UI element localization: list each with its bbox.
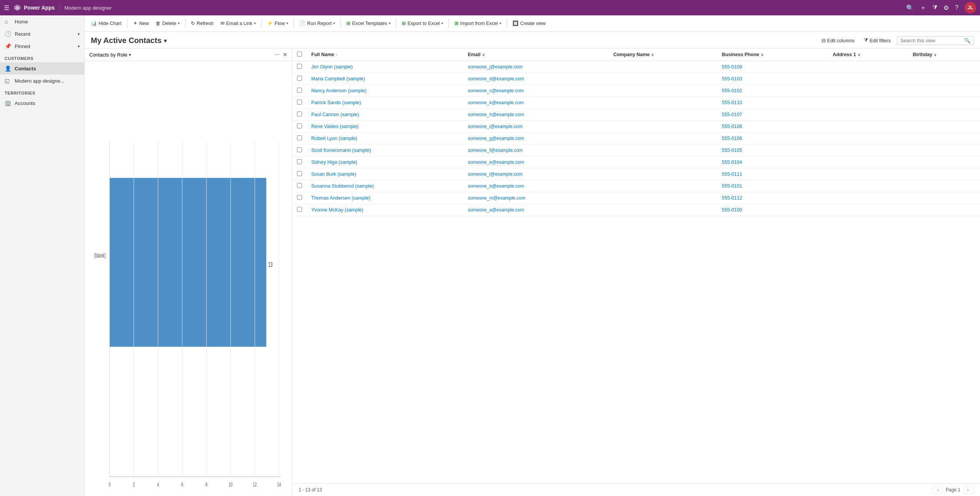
row-fullname[interactable]: Susan Burk (sample)	[307, 168, 463, 180]
row-email[interactable]: someone_k@example.com	[463, 97, 609, 109]
flow-button[interactable]: ⚡ Flow ▾	[264, 19, 291, 28]
email-link-button[interactable]: ✉ Email a Link ▾	[217, 19, 259, 28]
add-icon[interactable]: ＋	[920, 4, 926, 12]
sidebar-item-pinned[interactable]: 📌 Pinned ▾	[0, 40, 84, 52]
row-email[interactable]: someone_h@example.com	[463, 109, 609, 121]
row-select[interactable]	[297, 64, 302, 69]
delete-button[interactable]: 🗑 Delete ▾	[153, 19, 183, 28]
row-email[interactable]: someone_c@example.com	[463, 85, 609, 97]
table-header: Full Name ↑ Email ∨	[292, 48, 980, 61]
row-select[interactable]	[297, 171, 302, 176]
row-fullname[interactable]: Paul Cannon (sample)	[307, 109, 463, 121]
create-view-button[interactable]: 🔲 Create view	[509, 19, 549, 28]
row-checkbox[interactable]	[292, 156, 307, 168]
row-checkbox[interactable]	[292, 109, 307, 121]
row-fullname[interactable]: Scott Konersmann (sample)	[307, 145, 463, 156]
sidebar-item-home[interactable]: ⌂ Home	[0, 15, 84, 28]
chart-title[interactable]: Contacts by Role ▾	[89, 52, 131, 58]
row-email[interactable]: someone_l@example.com	[463, 168, 609, 180]
chart-close-icon[interactable]: ✕	[283, 52, 287, 58]
search-box[interactable]: 🔍	[897, 36, 974, 45]
row-select[interactable]	[297, 183, 302, 188]
search-icon[interactable]: 🔍	[906, 4, 914, 12]
row-checkbox[interactable]	[292, 192, 307, 204]
refresh-button[interactable]: ↻ Refresh	[188, 19, 217, 28]
sidebar-item-accounts[interactable]: 🏢 Accounts	[0, 97, 84, 109]
row-email[interactable]: someone_m@example.com	[463, 192, 609, 204]
row-fullname[interactable]: Thomas Andersen (sample)	[307, 192, 463, 204]
th-fullname[interactable]: Full Name ↑	[307, 48, 463, 61]
row-fullname[interactable]: Yvonne McKay (sample)	[307, 204, 463, 216]
sidebar-item-modern-app[interactable]: ◱ Modern app designe...	[0, 75, 84, 87]
row-select[interactable]	[297, 100, 302, 105]
row-select[interactable]	[297, 195, 302, 200]
settings-icon[interactable]: ⚙	[943, 4, 949, 12]
row-email[interactable]: someone_i@example.com	[463, 121, 609, 133]
row-checkbox[interactable]	[292, 85, 307, 97]
pinned-chevron: ▾	[78, 44, 80, 48]
select-all-checkbox[interactable]	[297, 52, 302, 57]
bar-blank[interactable]	[110, 178, 266, 347]
row-fullname[interactable]: Robert Lyon (sample)	[307, 133, 463, 145]
row-fullname[interactable]: Sidney Higa (sample)	[307, 156, 463, 168]
th-phone[interactable]: Business Phone ∨	[717, 48, 828, 61]
row-email[interactable]: someone_b@example.com	[463, 180, 609, 192]
avatar[interactable]: JL	[965, 2, 976, 13]
hide-chart-button[interactable]: 📊 Hide Chart	[88, 19, 125, 28]
edit-columns-button[interactable]: ⊟ Edit columns	[818, 36, 858, 45]
row-select[interactable]	[297, 88, 302, 93]
th-company[interactable]: Company Name ∨	[609, 48, 717, 61]
row-select[interactable]	[297, 159, 302, 164]
row-select[interactable]	[297, 76, 302, 81]
row-email[interactable]: someone_j@example.com	[463, 61, 609, 73]
row-email[interactable]: someone_a@example.com	[463, 204, 609, 216]
row-fullname[interactable]: Nancy Anderson (sample)	[307, 85, 463, 97]
row-email[interactable]: someone_g@example.com	[463, 133, 609, 145]
row-email[interactable]: someone_e@example.com	[463, 156, 609, 168]
svg-text:6: 6	[181, 481, 183, 488]
view-title[interactable]: My Active Contacts ▾	[91, 36, 167, 45]
row-select[interactable]	[297, 112, 302, 117]
sidebar-item-recent[interactable]: 🕐 Recent ▾	[0, 28, 84, 40]
row-checkbox[interactable]	[292, 121, 307, 133]
th-birthday[interactable]: Birthday ∨	[908, 48, 980, 61]
row-fullname[interactable]: Patrick Sands (sample)	[307, 97, 463, 109]
chart-options-icon[interactable]: ⋯	[274, 52, 280, 58]
edit-filters-button[interactable]: ⧩ Edit filters	[861, 36, 894, 45]
row-email[interactable]: someone_d@example.com	[463, 73, 609, 85]
hamburger-icon[interactable]: ☰	[4, 4, 9, 12]
row-checkbox[interactable]	[292, 145, 307, 156]
row-fullname[interactable]: Susanna Stubberod (sample)	[307, 180, 463, 192]
row-select[interactable]	[297, 135, 302, 140]
row-fullname[interactable]: Maria Campbell (sample)	[307, 73, 463, 85]
next-page-button[interactable]: ▶	[963, 486, 974, 494]
svg-text:(blank): (blank)	[94, 252, 105, 259]
row-checkbox[interactable]	[292, 168, 307, 180]
row-checkbox[interactable]	[292, 180, 307, 192]
row-checkbox[interactable]	[292, 133, 307, 145]
th-checkbox[interactable]	[292, 48, 307, 61]
filter-icon[interactable]: ⧩	[932, 4, 937, 11]
row-select[interactable]	[297, 147, 302, 152]
import-excel-button[interactable]: ⊞ Import from Excel ▾	[451, 19, 504, 28]
help-icon[interactable]: ?	[955, 4, 958, 11]
export-excel-button[interactable]: ⊞ Export to Excel ▾	[399, 19, 446, 28]
row-company	[609, 97, 717, 109]
row-checkbox[interactable]	[292, 61, 307, 73]
run-report-button[interactable]: 📄 Run Report ▾	[296, 19, 338, 28]
row-fullname[interactable]: Rene Valdes (sample)	[307, 121, 463, 133]
row-select[interactable]	[297, 207, 302, 212]
search-input[interactable]	[900, 38, 962, 43]
row-fullname[interactable]: Jim Glynn (sample)	[307, 61, 463, 73]
sidebar-item-contacts[interactable]: 👤 Contacts	[0, 62, 84, 75]
th-address[interactable]: Address 1 ∨	[828, 48, 908, 61]
row-checkbox[interactable]	[292, 73, 307, 85]
prev-page-button[interactable]: ◀	[932, 486, 943, 494]
row-email[interactable]: someone_f@example.com	[463, 145, 609, 156]
th-email[interactable]: Email ∨	[463, 48, 609, 61]
new-button[interactable]: ＋ New	[130, 18, 152, 28]
row-checkbox[interactable]	[292, 204, 307, 216]
row-checkbox[interactable]	[292, 97, 307, 109]
row-select[interactable]	[297, 123, 302, 128]
excel-templates-button[interactable]: ⊞ Excel Templates ▾	[343, 19, 394, 28]
